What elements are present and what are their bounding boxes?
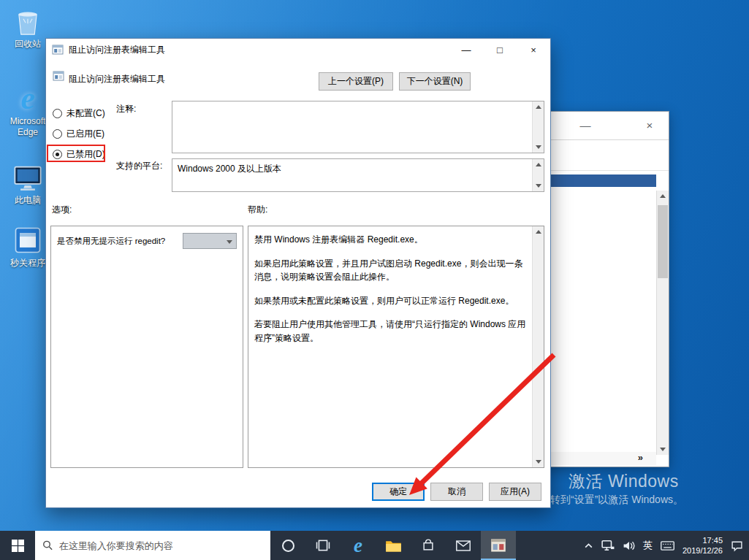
desktop-icon-this-pc[interactable]: 此电脑 [4, 161, 51, 206]
apply-button[interactable]: 应用(A) [489, 483, 541, 501]
file-explorer-button[interactable] [376, 531, 411, 560]
comment-scrollbar[interactable] [532, 101, 544, 153]
next-setting-button[interactable]: 下一个设置(N) [399, 72, 471, 91]
chevron-up-icon [584, 541, 593, 551]
search-icon [42, 540, 53, 551]
supported-on-value: Windows 2000 及以上版本 [178, 163, 281, 175]
radio-not-configured[interactable]: 未配置(C) [53, 107, 105, 120]
background-vertical-scrollbar[interactable] [656, 191, 669, 455]
comment-textarea[interactable] [172, 101, 544, 153]
help-paragraph: 如果禁用或未配置此策略设置，则用户可以正常运行 Regedit.exe。 [254, 294, 526, 308]
radio-label: 已禁用(D) [66, 148, 105, 161]
window-controls: — □ × [449, 39, 550, 61]
radio-disabled[interactable]: 已禁用(D) [53, 148, 105, 161]
store-icon [422, 539, 435, 552]
policy-settings-dialog: 阻止访问注册表编辑工具 — □ × 阻止访问注册表编辑工具 上一个设置(P) 下… [45, 38, 551, 508]
edge-taskbar-button[interactable]: e [341, 531, 376, 560]
windows-logo-icon [12, 540, 24, 552]
network-icon [601, 540, 615, 551]
desktop-icon-label: 此电脑 [4, 195, 51, 206]
volume-button[interactable] [623, 540, 635, 551]
help-paragraph: 禁用 Windows 注册表编辑器 Regedit.exe。 [254, 233, 526, 247]
task-view-icon [316, 540, 330, 551]
store-button[interactable] [411, 531, 446, 560]
desktop-icon-edge[interactable]: e Microsoft Edge [4, 82, 51, 138]
keyboard-icon [661, 541, 674, 551]
cortana-icon [282, 540, 294, 552]
cancel-button[interactable]: 取消 [430, 483, 483, 501]
scroll-down-icon[interactable] [533, 180, 544, 191]
policy-setting-icon [53, 70, 64, 82]
clock-date: 2019/12/26 [683, 545, 723, 556]
supported-on-label: 支持的平台: [116, 160, 162, 172]
scroll-up-icon[interactable] [533, 101, 544, 112]
scroll-down-icon[interactable] [533, 456, 544, 467]
option-question: 是否禁用无提示运行 regedit? [57, 233, 165, 249]
group-policy-icon [490, 537, 506, 553]
close-icon[interactable]: × [517, 39, 550, 61]
dialog-body: 阻止访问注册表编辑工具 上一个设置(P) 下一个设置(N) 未配置(C) 已启用… [46, 61, 550, 507]
desktop-icon-label: 回收站 [4, 39, 51, 50]
regedit-silent-run-dropdown[interactable] [183, 233, 237, 249]
watermark-title: 激活 Windows [569, 470, 749, 493]
background-close-button[interactable]: × [639, 119, 661, 131]
supported-on-textarea[interactable]: Windows 2000 及以上版本 [172, 158, 544, 192]
background-minimize-button[interactable]: — [574, 119, 596, 131]
radio-circle-icon [53, 129, 62, 139]
speaker-icon [623, 540, 635, 551]
help-text: 禁用 Windows 注册表编辑器 Regedit.exe。 如果启用此策略设置… [248, 226, 532, 467]
desktop-icon-seconds-close-app[interactable]: 秒关程序 [4, 223, 51, 269]
ok-button[interactable]: 确定 [372, 483, 425, 501]
ime-indicator[interactable]: 英 [643, 539, 653, 552]
cortana-button[interactable] [270, 531, 305, 560]
radio-circle-icon [53, 109, 62, 118]
more-chevron-icon[interactable]: » [638, 452, 643, 463]
option-row: 是否禁用无提示运行 regedit? [51, 226, 243, 249]
policy-dialog-icon [52, 44, 64, 55]
help-paragraph: 如果启用此策略设置，并且用户试图启动 Regedit.exe，则会出现一条消息，… [254, 257, 526, 284]
app-window-icon [4, 223, 51, 257]
action-center-button[interactable] [731, 540, 743, 552]
desktop-icon-recycle-bin[interactable]: 回收站 [4, 4, 51, 50]
taskbar-search[interactable] [35, 531, 270, 560]
edge-icon: e [354, 536, 362, 556]
tray-expand-button[interactable] [584, 541, 593, 551]
minimize-icon[interactable]: — [449, 39, 483, 61]
options-label: 选项: [52, 204, 72, 216]
search-input[interactable] [59, 540, 263, 551]
scroll-up-icon[interactable] [657, 191, 668, 202]
help-scrollbar[interactable] [532, 226, 544, 467]
action-center-icon [731, 540, 743, 552]
help-panel: 禁用 Windows 注册表编辑器 Regedit.exe。 如果启用此策略设置… [248, 226, 544, 468]
start-button[interactable] [0, 531, 35, 560]
radio-circle-icon [53, 150, 62, 159]
edge-icon: e [4, 82, 51, 115]
mail-button[interactable] [446, 531, 481, 560]
group-policy-editor-button[interactable] [481, 531, 516, 560]
radio-label: 已启用(E) [66, 128, 104, 140]
help-paragraph: 若要阻止用户使用其他管理工具，请使用“只运行指定的 Windows 应用程序”策… [254, 318, 526, 345]
dialog-titlebar[interactable]: 阻止访问注册表编辑工具 — □ × [46, 39, 550, 61]
supported-on-scrollbar[interactable] [532, 159, 544, 191]
scroll-down-icon[interactable] [533, 142, 544, 153]
touch-keyboard-button[interactable] [661, 541, 674, 551]
network-button[interactable] [601, 540, 615, 551]
previous-setting-button[interactable]: 上一个设置(P) [319, 72, 393, 91]
mail-icon [456, 540, 471, 551]
watermark-subtitle: 转到“设置”以激活 Windows。 [550, 494, 749, 507]
scroll-down-icon[interactable] [657, 444, 668, 455]
recycle-bin-icon [4, 4, 51, 38]
clock-time: 17:45 [683, 535, 723, 545]
scroll-up-icon[interactable] [533, 226, 544, 237]
radio-label: 未配置(C) [66, 107, 105, 120]
system-tray: 英 17:45 2019/12/26 [584, 531, 749, 560]
options-panel: 是否禁用无提示运行 regedit? [50, 226, 243, 468]
task-view-button[interactable] [305, 531, 341, 560]
help-label: 帮助: [248, 204, 267, 216]
scroll-up-icon[interactable] [533, 159, 544, 170]
taskbar: e [0, 531, 749, 560]
clock[interactable]: 17:45 2019/12/26 [683, 535, 723, 556]
radio-enabled[interactable]: 已启用(E) [53, 128, 104, 140]
scrollbar-thumb[interactable] [658, 205, 668, 278]
maximize-icon[interactable]: □ [483, 39, 517, 61]
